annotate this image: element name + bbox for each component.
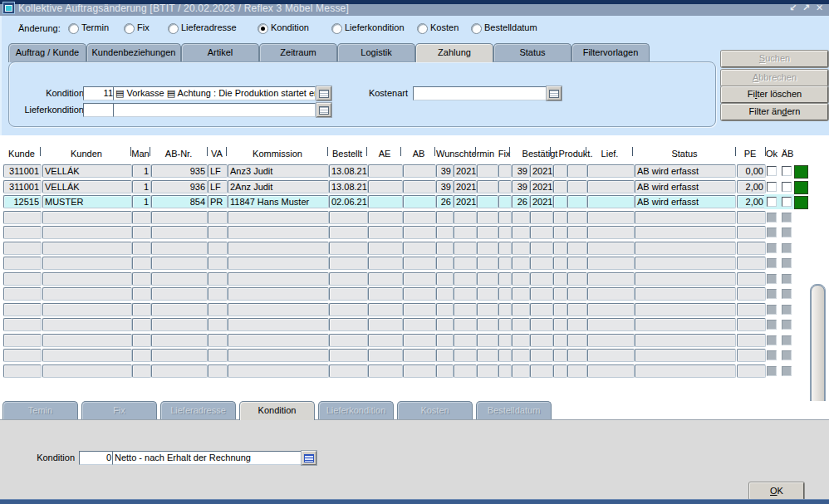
- aeb-checkbox[interactable]: [782, 289, 792, 299]
- cell-kunde[interactable]: [3, 272, 42, 286]
- aeb-checkbox[interactable]: [782, 320, 792, 330]
- cell-kunde[interactable]: [3, 257, 42, 270]
- cell-va[interactable]: LF: [208, 164, 228, 178]
- aeb-checkbox[interactable]: [782, 335, 792, 345]
- tab-status[interactable]: Status: [493, 43, 571, 62]
- cell-pe[interactable]: [737, 303, 766, 316]
- cell-wt_w[interactable]: 39: [436, 180, 454, 193]
- cell-kunden[interactable]: [42, 211, 132, 224]
- kostenart-lov-button[interactable]: [547, 86, 562, 100]
- cell-fix_d[interactable]: [477, 334, 498, 347]
- cell-ab[interactable]: [403, 365, 436, 378]
- cell-ab[interactable]: [403, 349, 436, 362]
- cell-fix_d[interactable]: [477, 287, 498, 301]
- cell-man[interactable]: 1: [132, 164, 151, 178]
- cell-ab[interactable]: [403, 334, 436, 347]
- cell-man[interactable]: 1: [132, 180, 151, 193]
- cell-pr_a[interactable]: [553, 334, 567, 347]
- cell-pr_b[interactable]: [567, 211, 587, 224]
- radio-option-bestelldatum[interactable]: Bestelldatum: [471, 22, 562, 35]
- cell-status[interactable]: [635, 334, 736, 347]
- cell-fix_f[interactable]: [498, 242, 512, 255]
- cell-fix_d[interactable]: [477, 318, 498, 331]
- aeb-checkbox[interactable]: [782, 197, 792, 207]
- abbrechen-button[interactable]: Abbrechen: [721, 70, 828, 86]
- cell-ae[interactable]: [368, 334, 403, 347]
- cell-ae[interactable]: [368, 180, 403, 193]
- cell-pr_b[interactable]: [567, 242, 587, 255]
- cell-lief[interactable]: [587, 349, 635, 362]
- detail-kondition-code-field[interactable]: 0: [79, 451, 114, 465]
- cell-kommission[interactable]: [228, 211, 329, 224]
- cell-kunden[interactable]: VELLÁK: [42, 180, 132, 193]
- cell-fix_f[interactable]: [498, 164, 512, 178]
- cell-abnr[interactable]: [151, 318, 208, 331]
- cell-abnr[interactable]: [151, 226, 208, 239]
- cell-man[interactable]: [132, 211, 151, 224]
- cell-pr_b[interactable]: [567, 272, 587, 286]
- cell-va[interactable]: [208, 242, 228, 255]
- cell-pe[interactable]: [737, 242, 766, 255]
- tab-auftrag-kunde[interactable]: Auftrag / Kunde: [8, 43, 86, 62]
- cell-bt_w[interactable]: [512, 226, 530, 239]
- ok-checkbox[interactable]: [767, 320, 777, 330]
- cell-fix_d[interactable]: [477, 164, 498, 178]
- cell-fix_f[interactable]: [498, 365, 512, 378]
- cell-bestellt[interactable]: [329, 303, 368, 316]
- cell-wt_j[interactable]: 2021: [454, 195, 477, 208]
- cell-va[interactable]: [208, 257, 228, 270]
- cell-pr_b[interactable]: [567, 195, 587, 208]
- cell-wt_w[interactable]: [436, 272, 454, 286]
- cell-va[interactable]: LF: [208, 180, 228, 193]
- cell-fix_d[interactable]: [477, 257, 498, 270]
- cell-status[interactable]: [635, 211, 736, 224]
- cell-kunden[interactable]: [42, 303, 132, 316]
- cell-status[interactable]: [635, 349, 736, 362]
- cell-bt_w[interactable]: [512, 318, 530, 331]
- kondition-text-field[interactable]: ▤ Vorkasse ▤ Achtung : Die Produktion st…: [113, 86, 316, 100]
- cell-kommission[interactable]: [228, 349, 329, 362]
- cell-bt_j[interactable]: [530, 211, 553, 224]
- cell-fix_d[interactable]: [477, 226, 498, 239]
- cell-wt_j[interactable]: [454, 242, 477, 255]
- cell-pe[interactable]: [737, 257, 766, 270]
- cell-pr_b[interactable]: [567, 164, 587, 178]
- aeb-checkbox[interactable]: [782, 166, 792, 176]
- cell-bt_j[interactable]: [530, 365, 553, 378]
- cell-status[interactable]: AB wird erfasst: [635, 180, 736, 193]
- cell-abnr[interactable]: [151, 242, 208, 255]
- cell-ae[interactable]: [368, 365, 403, 378]
- cell-pr_b[interactable]: [567, 365, 587, 378]
- suchen-button[interactable]: Suchen: [721, 51, 828, 67]
- cell-pe[interactable]: [737, 334, 766, 347]
- cell-ae[interactable]: [368, 242, 403, 255]
- cell-kunden[interactable]: VELLÁK: [42, 164, 132, 178]
- cell-ae[interactable]: [368, 211, 403, 224]
- cell-status[interactable]: [635, 287, 736, 301]
- cell-kunden[interactable]: [42, 242, 132, 255]
- cell-kunde[interactable]: [3, 287, 42, 301]
- cell-abnr[interactable]: [151, 349, 208, 362]
- cell-kunden[interactable]: [42, 257, 132, 270]
- cell-bt_j[interactable]: [530, 318, 553, 331]
- cell-kommission[interactable]: Anz3 Judit: [228, 164, 329, 178]
- cell-pr_b[interactable]: [567, 226, 587, 239]
- cell-status[interactable]: [635, 226, 736, 239]
- cell-bt_j[interactable]: [530, 257, 553, 270]
- filter-löschen-button[interactable]: Filter löschen: [721, 86, 828, 103]
- cell-lief[interactable]: [587, 272, 635, 286]
- cell-fix_f[interactable]: [498, 272, 512, 286]
- cell-ae[interactable]: [368, 226, 403, 239]
- cell-bestellt[interactable]: 13.08.21: [329, 180, 368, 193]
- bottom-tab-fix[interactable]: Fix: [81, 401, 157, 420]
- cell-fix_d[interactable]: [477, 303, 498, 316]
- cell-kunde[interactable]: [3, 349, 42, 362]
- cell-pr_a[interactable]: [553, 164, 567, 178]
- cell-fix_f[interactable]: [498, 195, 512, 208]
- cell-bt_j[interactable]: [530, 242, 553, 255]
- cell-bestellt[interactable]: [329, 242, 368, 255]
- maximize-icon[interactable]: ↗: [800, 2, 812, 13]
- cell-status[interactable]: [635, 365, 736, 378]
- cell-lief[interactable]: [587, 257, 635, 270]
- cell-lief[interactable]: [587, 303, 635, 316]
